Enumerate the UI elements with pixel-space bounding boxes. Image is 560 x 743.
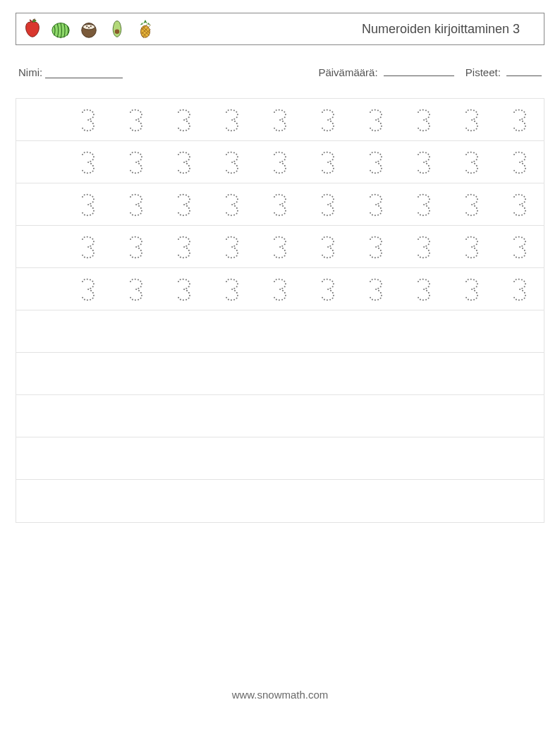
grid-cell[interactable] <box>160 437 208 479</box>
grid-cell[interactable] <box>160 480 208 522</box>
grid-cell[interactable] <box>208 268 256 310</box>
grid-cell[interactable] <box>448 310 496 352</box>
grid-cell[interactable] <box>352 141 400 183</box>
grid-cell[interactable] <box>400 268 448 310</box>
grid-cell[interactable] <box>64 226 112 267</box>
grid-cell[interactable] <box>400 310 448 352</box>
grid-cell[interactable] <box>448 226 496 267</box>
grid-cell[interactable] <box>64 268 112 310</box>
grid-cell[interactable] <box>304 183 352 225</box>
grid-cell[interactable] <box>448 99 496 140</box>
grid-cell[interactable] <box>256 141 304 183</box>
grid-cell[interactable] <box>400 99 448 140</box>
grid-cell[interactable] <box>400 480 448 522</box>
grid-cell[interactable] <box>496 395 544 437</box>
grid-cell[interactable] <box>304 310 352 352</box>
grid-cell[interactable] <box>160 268 208 310</box>
grid-cell[interactable] <box>352 395 400 437</box>
grid-cell[interactable] <box>208 99 256 140</box>
grid-cell[interactable] <box>448 480 496 522</box>
grid-cell[interactable] <box>256 395 304 437</box>
grid-cell[interactable] <box>352 480 400 522</box>
grid-cell[interactable] <box>256 480 304 522</box>
grid-cell[interactable] <box>256 226 304 267</box>
grid-cell[interactable] <box>256 183 304 225</box>
grid-cell[interactable] <box>64 395 112 437</box>
grid-cell[interactable] <box>352 268 400 310</box>
grid-cell[interactable] <box>160 141 208 183</box>
grid-cell[interactable] <box>64 437 112 479</box>
grid-cell[interactable] <box>160 353 208 394</box>
grid-cell[interactable] <box>352 310 400 352</box>
grid-cell[interactable] <box>112 99 160 140</box>
grid-cell[interactable] <box>304 268 352 310</box>
grid-cell[interactable] <box>304 480 352 522</box>
grid-cell[interactable] <box>304 437 352 479</box>
grid-cell[interactable] <box>304 395 352 437</box>
grid-cell[interactable] <box>112 395 160 437</box>
score-blank[interactable] <box>506 66 542 76</box>
grid-cell[interactable] <box>352 183 400 225</box>
grid-cell[interactable] <box>496 183 544 225</box>
grid-cell[interactable] <box>496 226 544 267</box>
grid-cell[interactable] <box>256 268 304 310</box>
grid-cell[interactable] <box>64 353 112 394</box>
grid-cell[interactable] <box>304 141 352 183</box>
grid-cell[interactable] <box>448 183 496 225</box>
grid-cell[interactable] <box>64 480 112 522</box>
grid-cell[interactable] <box>400 353 448 394</box>
grid-cell[interactable] <box>112 141 160 183</box>
grid-cell[interactable] <box>496 437 544 479</box>
grid-cell[interactable] <box>64 310 112 352</box>
grid-cell[interactable] <box>208 183 256 225</box>
grid-cell[interactable] <box>208 395 256 437</box>
date-blank[interactable] <box>384 66 454 76</box>
grid-cell[interactable] <box>112 310 160 352</box>
name-blank[interactable] <box>45 68 123 78</box>
grid-cell[interactable] <box>256 353 304 394</box>
grid-cell[interactable] <box>208 437 256 479</box>
grid-cell[interactable] <box>496 480 544 522</box>
grid-cell[interactable] <box>64 141 112 183</box>
grid-cell[interactable] <box>448 141 496 183</box>
grid-cell[interactable] <box>496 268 544 310</box>
grid-cell[interactable] <box>352 226 400 267</box>
grid-cell[interactable] <box>208 141 256 183</box>
grid-cell[interactable] <box>496 141 544 183</box>
grid-cell[interactable] <box>304 353 352 394</box>
grid-cell[interactable] <box>400 226 448 267</box>
grid-cell[interactable] <box>112 480 160 522</box>
grid-cell[interactable] <box>448 437 496 479</box>
grid-cell[interactable] <box>256 437 304 479</box>
grid-cell[interactable] <box>112 268 160 310</box>
grid-cell[interactable] <box>448 353 496 394</box>
grid-cell[interactable] <box>400 141 448 183</box>
grid-cell[interactable] <box>496 310 544 352</box>
grid-cell[interactable] <box>400 437 448 479</box>
grid-cell[interactable] <box>304 99 352 140</box>
grid-cell[interactable] <box>160 99 208 140</box>
grid-cell[interactable] <box>304 226 352 267</box>
grid-cell[interactable] <box>208 480 256 522</box>
grid-cell[interactable] <box>352 99 400 140</box>
grid-cell[interactable] <box>160 310 208 352</box>
grid-cell[interactable] <box>160 226 208 267</box>
grid-cell[interactable] <box>352 353 400 394</box>
grid-cell[interactable] <box>352 437 400 479</box>
grid-cell[interactable] <box>448 268 496 310</box>
grid-cell[interactable] <box>400 395 448 437</box>
grid-cell[interactable] <box>400 183 448 225</box>
grid-cell[interactable] <box>448 395 496 437</box>
grid-cell[interactable] <box>208 310 256 352</box>
grid-cell[interactable] <box>496 99 544 140</box>
grid-cell[interactable] <box>496 353 544 394</box>
grid-cell[interactable] <box>256 99 304 140</box>
grid-cell[interactable] <box>112 226 160 267</box>
grid-cell[interactable] <box>64 99 112 140</box>
grid-cell[interactable] <box>208 353 256 394</box>
grid-cell[interactable] <box>112 183 160 225</box>
grid-cell[interactable] <box>256 310 304 352</box>
grid-cell[interactable] <box>160 395 208 437</box>
grid-cell[interactable] <box>208 226 256 267</box>
grid-cell[interactable] <box>112 437 160 479</box>
